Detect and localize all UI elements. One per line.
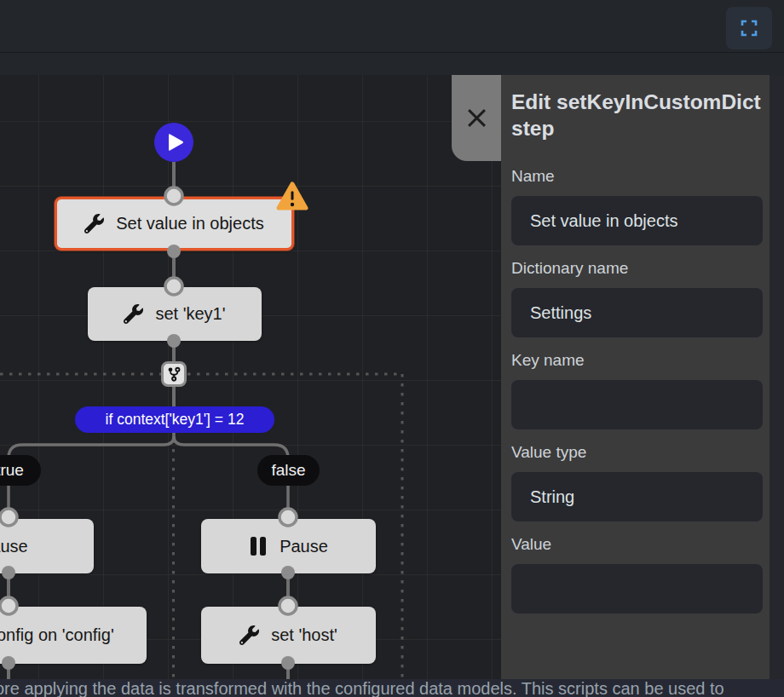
node-label: set 'key1'	[155, 304, 225, 324]
top-bar-divider	[0, 52, 784, 53]
condition-pill[interactable]: if context['key1'] = 12	[75, 406, 274, 433]
panel-title: Edit setKeyInCustomDict step	[511, 89, 763, 141]
split-branch-icon	[164, 363, 184, 385]
edit-step-panel: Edit setKeyInCustomDict step Name Dictio…	[501, 75, 770, 679]
wrench-icon	[239, 625, 259, 645]
play-icon	[154, 123, 193, 162]
value-type-input[interactable]	[511, 472, 763, 521]
node-label: config on 'config'	[0, 625, 114, 645]
value-input[interactable]	[511, 564, 763, 613]
field-label-name: Name	[511, 167, 763, 186]
node-set-host[interactable]: set 'host'	[201, 607, 376, 664]
node-pause-left[interactable]: Pause	[0, 519, 94, 573]
branch-false-badge: false	[257, 455, 320, 486]
panel-close-button[interactable]	[452, 75, 501, 161]
key-name-input[interactable]	[511, 380, 763, 429]
node-label: Pause	[0, 537, 28, 556]
fullscreen-button[interactable]	[726, 7, 772, 49]
branch-false-label: false	[271, 461, 305, 480]
branch-true-badge: true	[0, 455, 41, 486]
node-set-key1[interactable]: set 'key1'	[88, 287, 262, 341]
condition-label: if context['key1'] = 12	[106, 411, 245, 429]
node-label: Set value in objects	[116, 214, 263, 233]
field-label-dictionary-name: Dictionary name	[511, 259, 763, 278]
branch-true-label: true	[0, 461, 24, 480]
node-set-value-in-objects[interactable]: Set value in objects	[55, 197, 294, 251]
field-label-value: Value	[511, 535, 763, 554]
workflow-editor: Set value in objects set 'key1'	[0, 0, 784, 697]
footer-text: ore applying the data is transformed wit…	[0, 679, 784, 697]
start-node[interactable]	[154, 123, 193, 162]
pause-icon	[249, 536, 268, 556]
node-label: Pause	[280, 537, 328, 556]
footer-strip: ore applying the data is transformed wit…	[0, 679, 784, 697]
node-config-on-config[interactable]: config on 'config'	[0, 607, 147, 664]
fullscreen-expand-icon	[740, 19, 758, 37]
panel-gutter	[770, 75, 784, 679]
top-bar	[0, 0, 784, 75]
warning-triangle-icon	[276, 181, 308, 211]
node-pause-right[interactable]: Pause	[201, 519, 376, 573]
wrench-icon	[84, 214, 104, 233]
close-icon	[466, 107, 487, 129]
wrench-icon	[124, 304, 143, 324]
field-label-value-type: Value type	[511, 443, 763, 462]
name-input[interactable]	[511, 196, 763, 245]
field-label-key-name: Key name	[511, 351, 763, 370]
node-label: set 'host'	[271, 625, 337, 645]
branch-split-node[interactable]	[161, 361, 187, 387]
dictionary-name-input[interactable]	[511, 288, 763, 337]
